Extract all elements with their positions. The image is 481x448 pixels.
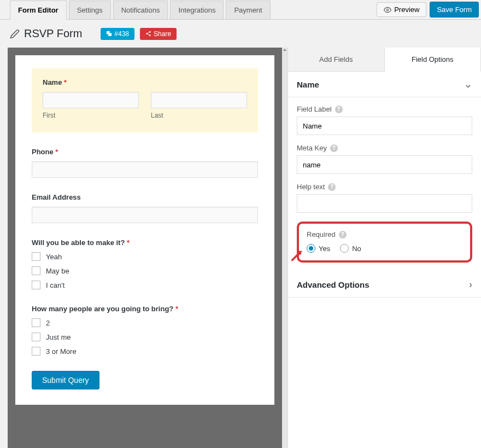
meta-key-text: Meta Key	[297, 144, 327, 152]
checkbox-icon	[32, 333, 40, 341]
last-name-input[interactable]	[151, 92, 247, 108]
first-sublabel: First	[43, 112, 139, 119]
help-text-input[interactable]	[297, 194, 472, 213]
first-name-input[interactable]	[43, 92, 139, 108]
arrow-icon	[289, 249, 303, 265]
required-star: *	[55, 148, 58, 156]
tab-notifications[interactable]: Notifications	[113, 1, 168, 19]
email-input[interactable]	[32, 207, 258, 223]
checkbox-icon	[32, 281, 40, 289]
field-label-text: Field Label	[297, 105, 332, 113]
section-advanced[interactable]: Advanced Options ›	[288, 272, 481, 298]
people-label: How many people are you going to bring? …	[32, 305, 258, 313]
form-id-badge[interactable]: #438	[101, 28, 134, 40]
sidebar-tab-field-options[interactable]: Field Options	[384, 48, 482, 72]
help-icon[interactable]: ?	[328, 183, 336, 191]
meta-key-row: Meta Key?	[297, 144, 472, 174]
help-icon[interactable]: ?	[335, 106, 343, 113]
tab-payment[interactable]: Payment	[226, 1, 270, 19]
meta-key-input[interactable]	[297, 155, 472, 174]
required-star: *	[175, 305, 178, 313]
top-tabs: Form Editor Settings Notifications Integ…	[0, 0, 481, 20]
help-icon[interactable]: ?	[330, 144, 338, 152]
pencil-icon[interactable]	[10, 29, 20, 39]
radio-icon	[307, 244, 315, 253]
tab-form-editor[interactable]: Form Editor	[10, 1, 67, 20]
field-label-input[interactable]	[297, 117, 472, 135]
svg-rect-1	[108, 33, 112, 36]
header-row: RSVP Form #438 Share	[0, 20, 481, 48]
attend-option-yeah[interactable]: Yeah	[32, 252, 258, 261]
tab-settings[interactable]: Settings	[69, 1, 111, 19]
name-label: Name *	[43, 78, 247, 86]
main: Name * First Last Phone *	[0, 48, 481, 448]
field-name[interactable]: Name * First Last	[32, 68, 258, 132]
preview-label: Preview	[394, 5, 419, 14]
phone-input[interactable]	[32, 161, 258, 178]
field-email[interactable]: Email Address	[32, 193, 258, 223]
checkbox-icon	[32, 252, 40, 261]
section-body: Field Label? Meta Key? Help text? Requir…	[288, 97, 481, 272]
required-star: *	[64, 78, 67, 86]
field-attend[interactable]: Will you be able to make it? * Yeah May …	[32, 238, 258, 289]
attend-option-cant[interactable]: I can't	[32, 281, 258, 289]
required-label: Required	[307, 230, 336, 238]
chevron-down-icon: ⌄	[464, 78, 472, 90]
checkbox-icon	[32, 347, 40, 356]
people-option-2[interactable]: 2	[32, 318, 258, 327]
help-icon[interactable]: ?	[339, 231, 347, 238]
last-sublabel: Last	[151, 112, 247, 119]
share-button[interactable]: Share	[140, 28, 177, 40]
required-star: *	[127, 238, 130, 247]
canvas-wrap: Name * First Last Phone *	[0, 48, 288, 448]
chevron-right-icon: ›	[469, 279, 472, 290]
section-name[interactable]: Name ⌄	[288, 72, 481, 97]
canvas: Name * First Last Phone *	[15, 55, 274, 405]
required-yes[interactable]: Yes	[307, 244, 330, 253]
field-label-row: Field Label?	[297, 105, 472, 135]
share-label: Share	[154, 30, 171, 38]
people-option-3more[interactable]: 3 or More	[32, 347, 258, 356]
required-no[interactable]: No	[340, 244, 361, 253]
share-icon	[145, 31, 151, 37]
required-highlight: Required? Yes No	[297, 222, 472, 263]
submit-button[interactable]: Submit Query	[32, 371, 99, 389]
section-name-label: Name	[297, 80, 319, 89]
radio-icon	[340, 244, 349, 253]
attend-label: Will you be able to make it? *	[32, 238, 258, 247]
checkbox-icon	[32, 318, 40, 327]
copy-icon	[106, 31, 112, 37]
help-text-label: Help text	[297, 183, 325, 191]
field-phone[interactable]: Phone *	[32, 148, 258, 178]
sidebar: Add Fields Field Options Name ⌄ Field La…	[288, 48, 481, 448]
form-title: RSVP Form	[10, 27, 82, 40]
advanced-label: Advanced Options	[297, 280, 369, 289]
checkbox-icon	[32, 266, 40, 275]
preview-button[interactable]: Preview	[377, 2, 426, 17]
help-text-row: Help text?	[297, 183, 472, 213]
svg-line-5	[148, 34, 149, 35]
svg-point-0	[386, 9, 389, 11]
eye-icon	[384, 6, 391, 14]
svg-point-4	[149, 34, 151, 36]
form-title-text: RSVP Form	[24, 27, 82, 40]
canvas-scroll[interactable]: Name * First Last Phone *	[8, 48, 282, 448]
email-label: Email Address	[32, 193, 258, 201]
svg-point-2	[149, 31, 151, 33]
svg-line-6	[148, 32, 149, 33]
people-option-justme[interactable]: Just me	[32, 333, 258, 341]
scrollbar[interactable]	[282, 48, 288, 448]
sidebar-tab-add-fields[interactable]: Add Fields	[288, 48, 384, 72]
field-people[interactable]: How many people are you going to bring? …	[32, 305, 258, 356]
attend-option-maybe[interactable]: May be	[32, 266, 258, 275]
save-button[interactable]: Save Form	[430, 2, 479, 18]
form-id-text: #438	[114, 30, 129, 38]
svg-point-3	[146, 33, 148, 34]
phone-label: Phone *	[32, 148, 258, 156]
tab-integrations[interactable]: Integrations	[170, 1, 224, 19]
